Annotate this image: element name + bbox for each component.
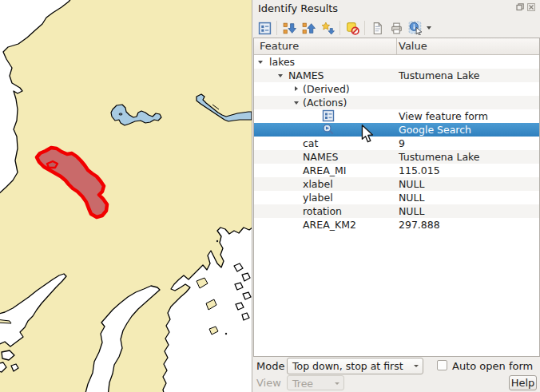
- map-canvas[interactable]: [0, 0, 252, 392]
- form-view-button[interactable]: [255, 18, 274, 38]
- toolbar-separator: [339, 21, 340, 35]
- table-header[interactable]: Feature Value: [254, 38, 539, 55]
- table-row-xlabel[interactable]: xlabel NULL: [254, 177, 539, 191]
- feature-cell: NAMES: [303, 150, 339, 164]
- table-row-view-feature-form[interactable]: View feature form: [254, 109, 539, 123]
- feature-cell: AREA_MI: [303, 164, 346, 177]
- help-button-label: Help: [511, 377, 535, 389]
- table-row-ylabel[interactable]: ylabel NULL: [254, 191, 539, 204]
- view-combobox-value: Tree: [292, 378, 313, 390]
- copy-feature-icon: [371, 22, 384, 35]
- value-cell: Google Search: [399, 123, 471, 137]
- table-row-actions[interactable]: (Actions): [254, 96, 539, 109]
- feature-cell: AREA_KM2: [303, 218, 356, 232]
- feature-cell: NAMES: [288, 69, 324, 82]
- toolbar-separator: [276, 21, 277, 35]
- table-row-names[interactable]: NAMES Tustumena Lake: [254, 150, 539, 164]
- value-cell: NULL: [399, 177, 424, 191]
- auto-open-form-checkbox[interactable]: [437, 360, 447, 370]
- table-row-area-km2[interactable]: AREA_KM2 297.888: [254, 218, 539, 232]
- value-cell: Tustumena Lake: [399, 150, 480, 164]
- collapse-tree-button[interactable]: [299, 18, 318, 38]
- table-row-cat[interactable]: cat 9: [254, 137, 539, 150]
- table-row-area-mi[interactable]: AREA_MI 115.015: [254, 164, 539, 177]
- speck: [216, 240, 218, 242]
- feature-cell: lakes: [269, 55, 295, 69]
- copy-feature-button[interactable]: [367, 18, 387, 38]
- mode-combobox-value: Top down, stop at first: [292, 360, 403, 372]
- value-cell: View feature form: [399, 109, 488, 123]
- column-divider[interactable]: [396, 38, 397, 54]
- mode-label: Mode: [256, 360, 284, 372]
- qgis-window: Identify Results: [0, 0, 540, 392]
- expand-new-results-icon: [321, 22, 335, 35]
- column-header-feature[interactable]: Feature: [260, 40, 299, 52]
- mode-combobox[interactable]: Top down, stop at first: [287, 358, 423, 374]
- identify-results-panel: Identify Results: [252, 0, 540, 392]
- chevron-down-icon: [414, 365, 419, 367]
- value-cell: Tustumena Lake: [399, 69, 480, 82]
- expander-icon[interactable]: [278, 74, 283, 77]
- auto-open-form-label: Auto open form: [452, 360, 533, 372]
- form-view-icon: [258, 22, 272, 35]
- expand-new-results-button[interactable]: [318, 18, 337, 38]
- toolbar-separator: [364, 21, 365, 35]
- print-response-button[interactable]: [387, 18, 406, 38]
- action-search-icon: [322, 123, 335, 136]
- identify-settings-button[interactable]: [406, 18, 425, 38]
- expander-icon[interactable]: [294, 101, 299, 105]
- table-row-lakes[interactable]: lakes: [254, 55, 539, 69]
- value-cell: 9: [399, 137, 405, 150]
- feature-cell: (Derived): [303, 82, 350, 96]
- identify-settings-icon: [408, 21, 423, 35]
- value-cell: NULL: [399, 191, 424, 204]
- value-cell: 115.015: [399, 164, 440, 177]
- table-row-derived[interactable]: (Derived): [254, 82, 539, 96]
- print-response-icon: [390, 22, 403, 35]
- chevron-down-icon: [335, 382, 339, 385]
- expander-icon[interactable]: [258, 61, 263, 64]
- feature-cell: (Actions): [303, 96, 347, 109]
- results-table: Feature Value lakes NAMES Tustumena Lake…: [253, 38, 540, 357]
- panel-toolbar: [255, 18, 433, 38]
- table-row-google-search[interactable]: Google Search: [254, 123, 539, 137]
- panel-titlebar: Identify Results: [252, 0, 540, 18]
- feature-cell: xlabel: [303, 177, 333, 191]
- feature-cell: rotation: [303, 204, 342, 218]
- view-label: View: [256, 377, 281, 389]
- expand-tree-icon: [283, 22, 296, 35]
- clear-results-icon: [346, 22, 359, 35]
- identify-dropdown-caret[interactable]: [425, 18, 433, 38]
- expand-tree-button[interactable]: [280, 18, 299, 38]
- speck: [225, 333, 227, 335]
- chevron-down-icon: [427, 26, 431, 30]
- collapse-tree-icon: [302, 22, 316, 35]
- float-icon[interactable]: [516, 3, 524, 11]
- feature-cell: cat: [303, 137, 318, 150]
- highlight-island: [47, 161, 58, 168]
- clear-results-button[interactable]: [343, 18, 362, 38]
- panel-title: Identify Results: [258, 2, 338, 14]
- help-button[interactable]: Help: [509, 375, 537, 390]
- expander-icon[interactable]: [295, 86, 298, 91]
- table-row-names-group[interactable]: NAMES Tustumena Lake: [254, 69, 539, 82]
- table-row-rotation[interactable]: rotation NULL: [254, 204, 539, 218]
- value-cell: 297.888: [399, 218, 440, 232]
- close-icon[interactable]: [527, 3, 535, 11]
- feature-cell: ylabel: [303, 191, 333, 204]
- view-combobox: Tree: [287, 375, 344, 390]
- value-cell: NULL: [399, 204, 424, 218]
- column-header-value[interactable]: Value: [399, 40, 427, 52]
- form-icon: [322, 109, 335, 122]
